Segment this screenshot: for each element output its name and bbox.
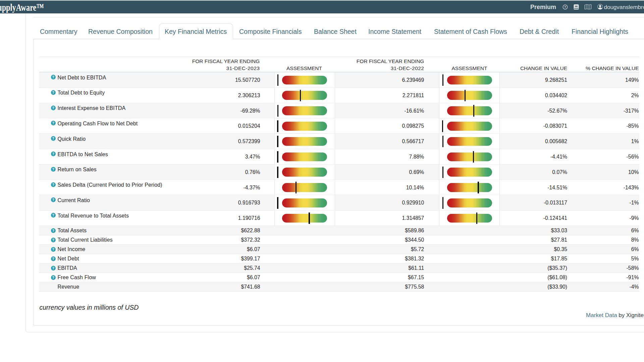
svg-text:?: ? (564, 5, 566, 9)
